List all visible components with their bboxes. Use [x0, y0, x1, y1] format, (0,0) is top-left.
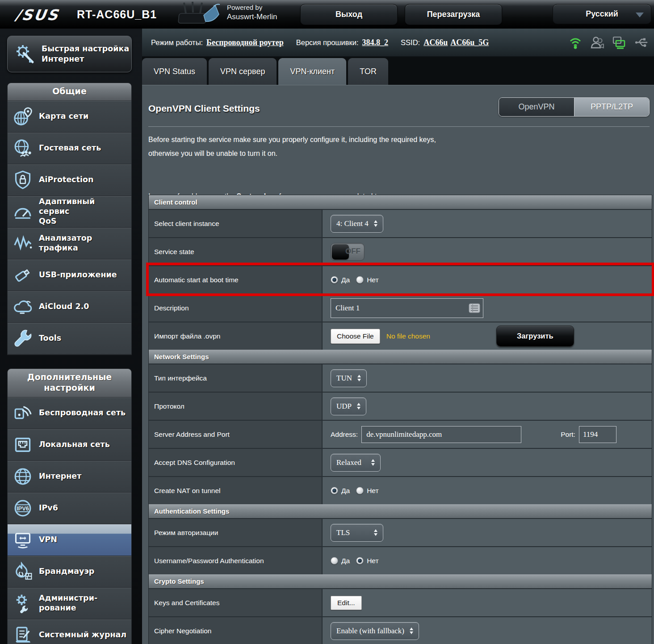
- wifi-icon[interactable]: [569, 35, 582, 50]
- sidebar-item-ipv6[interactable]: IPV6 IPv6: [8, 493, 131, 524]
- row-service-state: Service state OFF: [149, 237, 652, 265]
- description-input[interactable]: [331, 298, 483, 318]
- tab-tor[interactable]: TOR: [348, 58, 388, 85]
- sidebar-item-wireless[interactable]: Беспроводная сеть: [8, 397, 131, 429]
- row-import-ovpn: Импорт файла .ovpn Choose File No file c…: [149, 322, 652, 350]
- sidebar-item-firewall[interactable]: Брандмауэр: [8, 556, 131, 588]
- pptp-l2tp-switch-button[interactable]: PPTP/L2TP: [574, 98, 649, 116]
- sidebar-item-administration[interactable]: Администри- рование: [8, 588, 131, 619]
- firmware-label: Версия прошивки:: [296, 38, 359, 47]
- system-log-icon: [13, 625, 33, 644]
- row-description: Description: [149, 293, 652, 322]
- no-file-chosen-text: No file chosen: [386, 332, 430, 340]
- server-address-input[interactable]: [361, 426, 521, 443]
- autostart-no-option[interactable]: Нет: [356, 276, 378, 284]
- quick-setup-button[interactable]: Быстрая настройка Интернет: [7, 36, 132, 72]
- sidebar-item-lan[interactable]: Локальная сеть: [8, 429, 131, 461]
- svg-text:IPV6: IPV6: [17, 505, 29, 512]
- port-input[interactable]: [579, 426, 616, 443]
- description-list-icon[interactable]: [469, 303, 480, 313]
- sidebar-item-traffic-analyzer[interactable]: Анализатор трафика: [8, 228, 131, 259]
- radio-icon[interactable]: [331, 557, 338, 565]
- radio-icon[interactable]: [356, 557, 364, 565]
- sidebar-item-usb-application[interactable]: USB-приложение: [8, 259, 131, 291]
- sidebar-item-aiprotection[interactable]: AiProtection: [8, 164, 131, 196]
- cipher-negotiation-select[interactable]: Enable (with fallback): [331, 622, 419, 640]
- row-cipher-negotiation: Cipher Negotiation Enable (with fallback…: [149, 616, 652, 644]
- sidebar-item-label: AiProtection: [39, 175, 93, 185]
- ssid-5g-link[interactable]: AC66u_5G: [450, 38, 489, 47]
- nat-yes-option[interactable]: Да: [331, 487, 350, 495]
- sidebar-section-advanced: Дополнительные настройки Беспроводная се…: [7, 368, 132, 644]
- tab-vpn-status[interactable]: VPN Status: [142, 58, 207, 85]
- upload-button[interactable]: Загрузить: [496, 326, 574, 347]
- firmware-link[interactable]: 384.8_2: [362, 38, 389, 47]
- openvpn-switch-button[interactable]: OpenVPN: [499, 98, 574, 116]
- firewall-icon: [13, 562, 33, 581]
- usb-icon[interactable]: [634, 35, 648, 50]
- edit-keys-button[interactable]: Edit...: [331, 596, 362, 610]
- sidebar-section-advanced-title: Дополнительные настройки: [8, 369, 131, 397]
- section-client-control: Client control: [149, 195, 652, 209]
- row-label: Протокол: [149, 393, 323, 420]
- tab-vpn-client[interactable]: VPN-клиент: [278, 58, 346, 85]
- sidebar-item-aicloud[interactable]: AiCloud 2.0: [8, 291, 131, 323]
- toggle-state-label: OFF: [345, 247, 361, 256]
- dns-configuration-select[interactable]: Relaxed: [331, 454, 381, 472]
- interface-type-select[interactable]: TUN: [331, 369, 367, 387]
- row-interface-type: Тип интерфейса TUN: [149, 364, 652, 392]
- row-accept-dns: Accept DNS Configuration Relaxed: [149, 448, 652, 476]
- userpass-yes-option[interactable]: Да: [331, 557, 350, 565]
- clients-icon[interactable]: [591, 35, 604, 50]
- autostart-yes-option[interactable]: Да: [331, 276, 350, 284]
- sidebar-item-vpn[interactable]: VPN: [8, 524, 131, 556]
- devices-icon[interactable]: [612, 35, 626, 50]
- radio-icon[interactable]: [331, 276, 338, 284]
- operation-mode-link[interactable]: Беспроводной роутер: [206, 38, 284, 47]
- sidebar-item-tools[interactable]: Tools: [8, 323, 131, 355]
- row-label: Accept DNS Configuration: [149, 449, 323, 476]
- ssid-label: SSID:: [401, 38, 420, 47]
- radio-icon[interactable]: [331, 487, 338, 494]
- sidebar-item-network-map[interactable]: Карта сети: [8, 101, 131, 133]
- language-select[interactable]: Русский: [553, 4, 651, 24]
- sidebar-item-qos[interactable]: Адаптивный сервис QoS: [8, 196, 131, 228]
- sidebar-item-system-log[interactable]: Системный журнал: [8, 619, 131, 644]
- sidebar-item-label: Анализатор трафика: [39, 234, 92, 253]
- service-state-toggle[interactable]: OFF: [331, 243, 365, 261]
- sidebar-item-label: Адаптивный сервис QoS: [39, 197, 128, 226]
- spinner-arrows-icon: [371, 459, 375, 466]
- sidebar-item-label: Администри- рование: [39, 594, 97, 613]
- auth-mode-select[interactable]: TLS: [331, 524, 383, 542]
- radio-icon[interactable]: [356, 487, 364, 494]
- sidebar-item-label: Tools: [39, 334, 61, 343]
- tab-vpn-server[interactable]: VPN сервер: [209, 58, 277, 85]
- spinner-arrows-icon: [357, 403, 361, 410]
- sidebar-item-guest-network[interactable]: Гостевая сеть: [8, 133, 131, 164]
- powered-by: Powered by Asuswrt-Merlin: [227, 4, 277, 21]
- protocol-select[interactable]: UDP: [331, 397, 366, 415]
- sidebar-item-internet[interactable]: Интернет: [8, 461, 131, 493]
- top-banner: /SUS RT-AC66U_B1 Powered by Asuswrt-Merl…: [0, 0, 654, 29]
- row-label: Cipher Negotiation: [149, 617, 323, 644]
- spinner-arrows-icon: [410, 627, 413, 634]
- row-label: Description: [149, 294, 323, 322]
- radio-icon[interactable]: [356, 276, 364, 284]
- intro-text: Before starting the service make sure yo…: [148, 133, 436, 160]
- client-instance-select[interactable]: 4: Client 4: [331, 215, 383, 233]
- reboot-button[interactable]: Перезагрузка: [405, 4, 502, 25]
- row-automatic-start: Automatic start at boot time Да Нет: [149, 265, 652, 293]
- ssid-24g-link[interactable]: AC66u: [423, 38, 448, 47]
- autostart-radio-group: Да Нет: [331, 276, 379, 284]
- choose-file-button[interactable]: Choose File: [331, 329, 380, 344]
- row-label: Service state: [149, 238, 323, 265]
- guest-network-icon: [13, 138, 33, 158]
- aicloud-icon: [13, 297, 33, 317]
- sidebar-item-label: VPN: [39, 535, 57, 545]
- nat-no-option[interactable]: Нет: [356, 487, 378, 495]
- row-label: Username/Password Authentication: [149, 547, 323, 574]
- userpass-no-option[interactable]: Нет: [356, 557, 378, 565]
- logout-button[interactable]: Выход: [300, 4, 398, 25]
- settings-table: Client control Select client instance 4:…: [148, 195, 652, 644]
- status-icons: [569, 35, 648, 50]
